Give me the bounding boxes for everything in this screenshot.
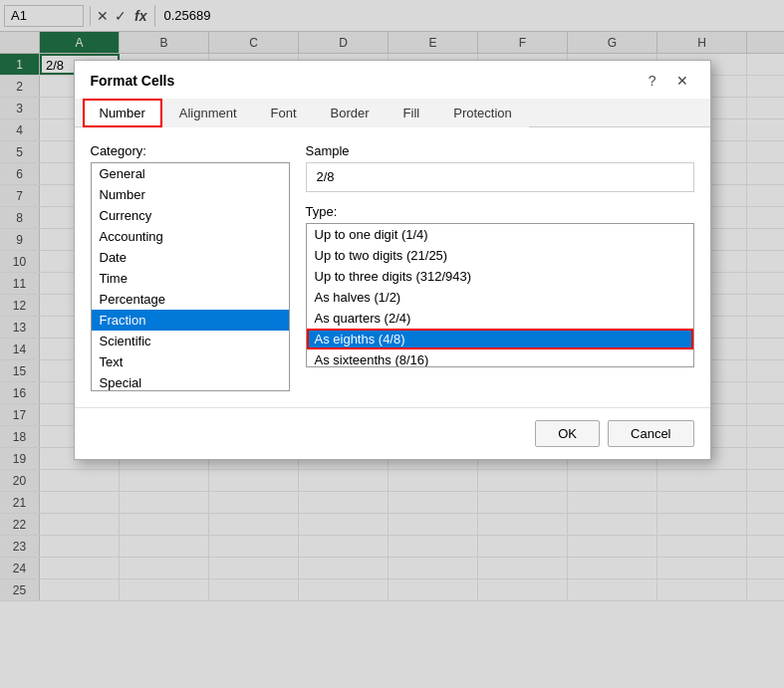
sample-label: Sample — [306, 143, 694, 158]
category-time[interactable]: Time — [92, 268, 289, 289]
type-three-digits[interactable]: Up to three digits (312/943) — [307, 266, 693, 287]
type-sixteenths[interactable]: As sixteenths (8/16) — [307, 349, 693, 367]
category-scroll[interactable]: General Number Currency Accounting Date … — [92, 163, 289, 390]
category-scientific[interactable]: Scientific — [92, 331, 289, 351]
category-fraction[interactable]: Fraction — [92, 310, 289, 331]
dialog-controls: ? ✕ — [643, 71, 694, 91]
category-currency[interactable]: Currency — [92, 205, 289, 226]
main-layout: Category: General Number Currency Accoun… — [91, 143, 694, 391]
dialog-title: Format Cells — [91, 73, 175, 89]
type-one-digit[interactable]: Up to one digit (1/4) — [307, 224, 693, 245]
sample-box: 2/8 — [306, 162, 694, 192]
category-number[interactable]: Number — [92, 184, 289, 205]
dialog-content: Category: General Number Currency Accoun… — [75, 127, 710, 407]
category-date[interactable]: Date — [92, 247, 289, 268]
category-accounting[interactable]: Accounting — [92, 226, 289, 247]
category-text[interactable]: Text — [92, 351, 289, 372]
type-two-digits[interactable]: Up to two digits (21/25) — [307, 245, 693, 266]
tab-font[interactable]: Font — [254, 99, 314, 127]
tab-protection[interactable]: Protection — [436, 99, 529, 127]
tab-alignment[interactable]: Alignment — [162, 99, 254, 127]
tab-number[interactable]: Number — [83, 99, 162, 127]
category-general[interactable]: General — [92, 163, 289, 184]
dialog-tabs: Number Alignment Font Border Fill Protec… — [75, 99, 710, 127]
category-section: Category: General Number Currency Accoun… — [91, 143, 290, 391]
dialog-footer: OK Cancel — [75, 407, 710, 459]
category-percentage[interactable]: Percentage — [92, 289, 289, 310]
type-quarters[interactable]: As quarters (2/4) — [307, 308, 693, 329]
category-listbox[interactable]: General Number Currency Accounting Date … — [91, 162, 290, 391]
tab-border[interactable]: Border — [314, 99, 387, 127]
spreadsheet-container: A1 ✕ ✓ fx A B C D E F G H I 1 2/8 — [0, 0, 784, 688]
type-eighths[interactable]: As eighths (4/8) — [307, 329, 693, 349]
tab-fill[interactable]: Fill — [387, 99, 437, 127]
dialog-help-button[interactable]: ? — [643, 71, 662, 91]
dialog-title-bar: Format Cells ? ✕ — [75, 61, 710, 99]
type-label: Type: — [306, 204, 694, 219]
format-cells-dialog: Format Cells ? ✕ Number Alignment Font B… — [74, 60, 711, 460]
category-label: Category: — [91, 143, 290, 158]
right-section: Sample 2/8 Type: Up to one digit (1/4) U… — [306, 143, 694, 391]
dialog-close-button[interactable]: ✕ — [670, 71, 694, 91]
ok-button[interactable]: OK — [535, 420, 600, 447]
category-special[interactable]: Special — [92, 372, 289, 390]
type-halves[interactable]: As halves (1/2) — [307, 287, 693, 308]
type-listbox[interactable]: Up to one digit (1/4) Up to two digits (… — [306, 223, 694, 367]
dialog-overlay: Format Cells ? ✕ Number Alignment Font B… — [0, 0, 784, 688]
cancel-button[interactable]: Cancel — [608, 420, 693, 447]
